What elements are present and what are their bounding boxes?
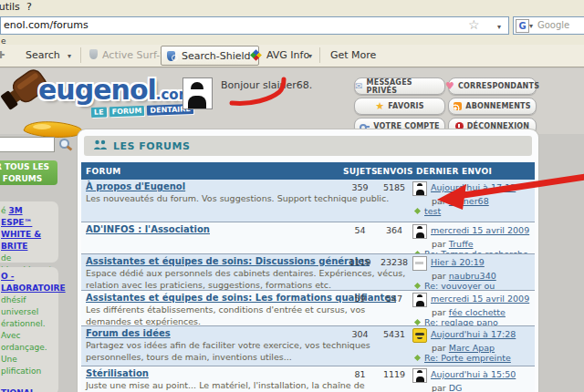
ad-link-tional[interactable]: TIONAL : [1,388,35,392]
last-post-author-link[interactable]: naubru340 [449,271,496,281]
rss-icon [454,102,462,110]
envois-count: 23238 [377,257,412,267]
last-post-cell: Aujourd'hui à 17:15 par slainer68 test [412,181,533,216]
ad-text: plification [1,366,57,377]
last-post-author-link[interactable]: fée clochette [449,307,506,317]
menu-help[interactable]: ? [26,1,32,13]
topic-bullet-icon [414,283,421,289]
tagline-forum: FORUM [109,106,144,117]
section-bar: LES FORUMS [84,136,532,156]
messages-prives-button[interactable]: ✉ MESSAGES PRIVÉS [354,77,445,95]
search-shield-button[interactable]: Search-Shield [161,46,259,66]
ad-line: O - LABORATOIRE [1,271,57,294]
table-row: À propos d'Eugenol Les nouveautés du for… [81,180,535,222]
forum-description: Espace dédié aux personnels des cabinets… [86,268,411,291]
search-shield-label: Search-Shield [182,50,251,62]
forum-description: Juste une mise au point... Le matériel, … [86,380,411,392]
avg-search-caret-icon[interactable]: ▾ [68,52,71,60]
menu-tools[interactable]: Outils [0,1,20,13]
google-engine-caret-icon[interactable]: ▾ [529,22,533,30]
user-avatar[interactable] [182,77,213,109]
last-post-author-link[interactable]: Truffe [449,239,474,249]
last-post-date-link[interactable]: Aujourd'hui à 15:50 [431,369,516,379]
forums-panel: LES FORUMS FORUM SUJETS ENVOIS DERNIER E… [78,129,538,392]
last-post-topic-link[interactable]: test [424,206,441,216]
avg-info-button[interactable]: AVG Info [266,49,309,61]
page-body: eugenol.com LE FORUM DENTAIRE Bonjour sl… [0,68,584,392]
forum-rows: À propos d'Eugenol Les nouveautés du for… [81,180,535,392]
forum-description: Les différents établissements, condition… [86,304,411,327]
all-forums-button[interactable]: R TOUS LES FORUMS [0,160,57,185]
by-label: par [432,343,446,353]
last-post-date-link[interactable]: mercredi 15 avril 2009 [431,294,529,304]
col-forum: FORUM [86,167,121,176]
forum-title-link[interactable]: Assistantes et équipes de soins: Discuss… [86,256,370,266]
forum-title-link[interactable]: AD'INFOS : l'Association [86,224,210,234]
forum-description: Partagez vos idées afin de faciliter vot… [86,340,411,363]
section-title: LES FORUMS [113,140,190,152]
envois-count: 547 [377,294,412,304]
last-post-date-link[interactable]: Aujourd'hui à 17:15 [431,182,516,192]
ad-text: dhésif universel [1,294,57,318]
button-label: ABONNEMENTS [465,102,531,110]
last-post-date-link[interactable]: mercredi 15 avril 2009 [431,225,529,235]
ad-link-white-brite[interactable]: WHITE & BRITE [1,230,41,251]
site-logo[interactable]: eugenol.com [38,74,184,106]
toolbar-plus-icon: ✚ [0,49,5,61]
last-post-author-link[interactable]: Marc Apap [449,343,495,353]
avg-info-caret-icon[interactable]: ▾ [308,52,312,60]
last-post-avatar[interactable] [412,224,427,239]
logo-word: eugenol [38,74,156,106]
sujets-count: 81 [343,369,377,379]
avg-search-button[interactable]: Search [26,49,60,61]
menu-bar: Outils ? [0,0,584,14]
by-label: par [432,196,446,206]
envois-count: 1119 [377,369,412,379]
correspondants-button[interactable]: ♥ CORRESPONDANTS [448,77,537,95]
last-post-author-link[interactable]: DG [449,383,463,392]
ad-line: WHITE & BRITE [1,229,57,253]
last-post-avatar[interactable] [412,256,427,271]
search-magnifier-icon[interactable] [58,138,72,151]
ad-text: ordançage. Une [1,342,57,366]
last-post-author-link[interactable]: slainer68 [449,196,489,206]
google-search-box[interactable]: G ▾ Google [513,16,584,35]
forum-title-link[interactable]: Forum des idées [86,328,171,338]
envois-count: 5431 [377,329,412,339]
forums-group-icon [93,139,108,151]
address-bar-row: enol.com/forums ☆ ▾ G ▾ Google [0,14,584,37]
ad-line: TIONAL :Spécialiste [1,387,57,392]
forum-title-link[interactable]: Stérilisation [86,368,149,378]
last-post-date-link[interactable]: Aujourd'hui à 17:28 [431,329,516,339]
key-icon [360,124,370,129]
last-post-date-link[interactable]: Hier à 20:19 [431,257,485,267]
by-label: par [432,271,446,281]
last-post-avatar[interactable] [412,368,427,383]
topic-bullet-icon [414,208,421,214]
magnifier-mini-icon [172,55,178,61]
abonnements-button[interactable]: ABONNEMENTS [448,98,537,115]
envois-count: 5185 [377,182,412,192]
sujets-count: 59 [343,294,377,304]
greeting-text: Bonjour slainer68. [221,79,312,91]
by-label: par [432,383,446,392]
avg-toolbar: ✚ Search ▾ Active Surf-Shield Search-Shi… [0,45,584,67]
url-text: enol.com/forums [4,19,89,31]
url-input[interactable]: enol.com/forums ☆ ▾ [0,16,509,35]
ad-link-laboratoire[interactable]: O - LABORATOIRE [1,272,66,293]
last-post-avatar[interactable] [412,293,427,307]
table-header: FORUM SUJETS ENVOIS DERNIER ENVOI [81,162,535,180]
url-dropdown-caret-icon[interactable]: ▾ [497,23,501,31]
get-more-button[interactable]: Get More [330,49,376,61]
heart-icon: ♥ [445,82,454,90]
last-post-avatar[interactable] [412,328,427,343]
bookmark-star-icon[interactable]: ☆ [468,17,480,32]
bookmarks-strip: e [0,37,584,45]
forum-description: Les nouveautés du forum. Vos suggestions… [86,193,411,205]
favoris-button[interactable]: ★ FAVORIS [354,98,445,115]
col-dernier-envoi: DERNIER ENVOI [416,167,492,176]
forum-title-link[interactable]: À propos d'Eugenol [86,181,185,191]
last-post-avatar[interactable] [412,181,427,196]
button-label: FAVORIS [388,102,423,110]
sidebar-search-input[interactable] [0,137,55,152]
